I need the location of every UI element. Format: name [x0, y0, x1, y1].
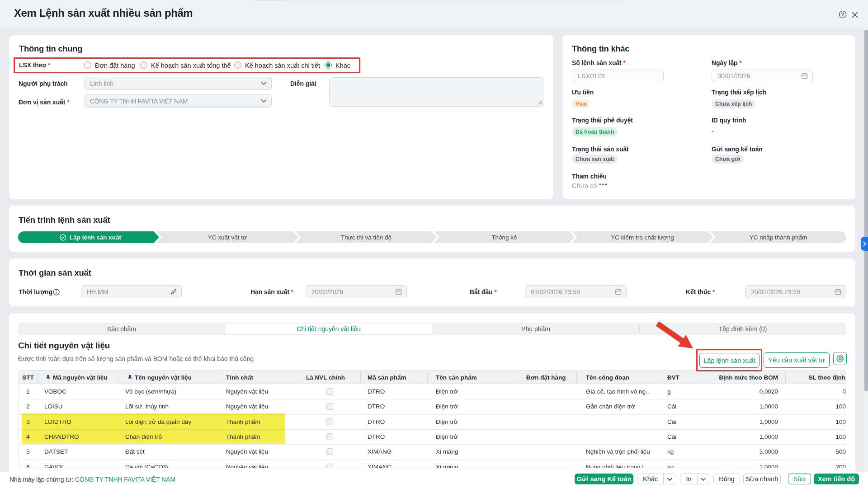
svg-text:?: ? [841, 12, 844, 17]
